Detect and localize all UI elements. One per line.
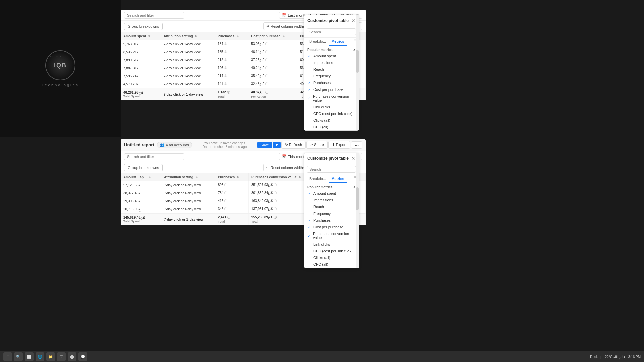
pivot-item[interactable]: CPC (all): [304, 261, 359, 268]
pivot-bottom-sort-icon[interactable]: ≡: [354, 175, 356, 183]
uncheck-placeholder: [307, 74, 311, 78]
taskbar-desktop[interactable]: Desktop: [590, 355, 602, 359]
taskbar-explorer[interactable]: 📁: [46, 352, 55, 361]
taskbar-taskview[interactable]: ⬜: [25, 352, 34, 361]
sort-bottom-amount-icon[interactable]: ⇅: [148, 176, 151, 179]
bottom-share-button[interactable]: ↗ Share: [306, 141, 327, 149]
total-amount: 46,261.98ع.£Total Spent: [121, 88, 161, 100]
taskbar-chrome[interactable]: ⬤: [68, 352, 76, 361]
bottom-export-button[interactable]: ⬇ Export: [328, 141, 351, 149]
bottom-group-breakdowns-button[interactable]: Group breakdowns: [124, 164, 163, 171]
pivot-item[interactable]: Clicks (all): [304, 254, 359, 261]
uncheck-placeholder: [307, 67, 311, 71]
pivot-top-search: [304, 26, 359, 38]
pivot-bottom-scrollbar[interactable]: [356, 153, 359, 268]
pivot-top-tabs: Breakdo... Metrics ≡: [304, 38, 359, 46]
pivot-item[interactable]: ✓Cost per purchase: [304, 224, 359, 230]
pivot-bottom-section-label: Popular metrics: [307, 185, 333, 189]
pivot-top-close[interactable]: ✕: [351, 18, 355, 23]
pivot-item[interactable]: Clicks (all): [304, 117, 359, 124]
pivot-bottom-tab-metrics[interactable]: Metrics: [329, 175, 347, 183]
taskbar-start[interactable]: ⊞: [3, 352, 12, 361]
cell-purchases: 141 ⓘ: [215, 80, 248, 88]
sort-cost-icon[interactable]: ⇅: [282, 35, 285, 38]
top-group-breakdowns-button[interactable]: Group breakdowns: [124, 23, 163, 30]
calendar-icon-bottom: 📅: [282, 154, 287, 159]
total-cost: 40.87ع.£ ⓘPer Action: [248, 88, 297, 100]
pivot-item[interactable]: ✓Purchases conversion value: [304, 93, 359, 104]
pivot-item[interactable]: ✓Amount spent: [304, 190, 359, 197]
pivot-item[interactable]: CPC (all): [304, 124, 359, 130]
taskbar-weather: 22°C عالم الله: [605, 355, 626, 359]
taskbar-right: Desktop 22°C عالم الله 3:16 PM: [590, 355, 641, 359]
sort-bottom-purchases-icon[interactable]: ⇅: [237, 176, 239, 179]
pivot-item[interactable]: Frequency: [304, 73, 359, 79]
cell-attr: 7-day click or 1-day view: [161, 56, 215, 64]
pivot-top-scrollbar[interactable]: [356, 15, 359, 130]
pivot-item[interactable]: ✓Amount spent: [304, 53, 359, 59]
logo-area: est. 2019 IQB Technologies: [0, 0, 121, 137]
pivot-item[interactable]: Frequency: [304, 210, 359, 217]
pivot-item-label: Clicks (all): [313, 118, 330, 122]
pivot-bottom-header: Customize pivot table ✕: [304, 153, 359, 164]
sort-purchases-icon[interactable]: ⇅: [236, 35, 239, 38]
pivot-item[interactable]: Impressions: [304, 59, 359, 66]
th-attribution-setting: Attribution setting ⇅: [161, 32, 215, 40]
pivot-top-tab-breakdown[interactable]: Breakdo...: [307, 38, 329, 46]
pivot-item[interactable]: CPC (cost per link click): [304, 110, 359, 117]
pivot-top-tab-metrics[interactable]: Metrics: [329, 38, 347, 46]
pivot-item[interactable]: Impressions: [304, 197, 359, 203]
bottom-unsaved-notice: You have unsaved changes Data refreshed …: [195, 141, 255, 149]
pivot-bottom-tabs: Breakdo... Metrics ≡: [304, 175, 359, 183]
bottom-more-button[interactable]: •••: [351, 141, 362, 149]
cell-purchases: 184 ⓘ: [215, 40, 248, 48]
pivot-bottom-close[interactable]: ✕: [351, 156, 355, 161]
pivot-top-collapse-icon[interactable]: ∧: [353, 48, 355, 52]
uncheck-placeholder: [307, 118, 311, 122]
uncheck-placeholder: [307, 256, 311, 260]
top-reset-columns-button[interactable]: ⇔ Reset column widths: [263, 22, 308, 30]
cell-purchases: 214 ⓘ: [215, 72, 248, 80]
total-attr: 7-day click or 1-day view: [161, 88, 215, 100]
bottom-reset-columns-button[interactable]: ⇔ Reset column widths: [263, 164, 308, 171]
cell-attr: 7-day click or 1-day view: [161, 181, 215, 189]
pivot-item[interactable]: Link clicks: [304, 241, 359, 248]
pivot-item-label: Link clicks: [313, 242, 330, 246]
top-search-input[interactable]: [124, 12, 184, 19]
pivot-item[interactable]: ✓Purchases conversion value: [304, 230, 359, 241]
sort-amount-icon[interactable]: ⇅: [148, 35, 150, 38]
taskbar-edge[interactable]: 🌐: [36, 352, 44, 361]
unsaved-text: You have unsaved changes: [195, 141, 255, 145]
pivot-item[interactable]: Link clicks: [304, 104, 359, 110]
pivot-bottom-collapse-icon[interactable]: ∧: [353, 185, 355, 189]
pivot-top-search-input[interactable]: [307, 28, 356, 35]
refresh-icon: ↻: [285, 143, 288, 147]
check-icon: ✓: [307, 191, 311, 195]
pivot-top-sort-icon[interactable]: ≡: [354, 38, 356, 46]
total-purchases: 2,441 ⓘTotal: [215, 214, 248, 225]
bottom-save-dropdown[interactable]: ▼: [273, 142, 281, 148]
pivot-item[interactable]: ✓Purchases: [304, 217, 359, 224]
sort-attr-icon[interactable]: ⇅: [195, 35, 197, 38]
export-label: Export: [336, 143, 347, 147]
taskbar-search[interactable]: 🔍: [14, 352, 23, 361]
cell-purchases: 212 ⓘ: [215, 56, 248, 64]
uncheck-placeholder: [307, 198, 311, 202]
pivot-item-label: Reach: [313, 67, 324, 71]
taskbar-chat[interactable]: 💬: [78, 352, 87, 361]
pivot-item[interactable]: CPC (cost per link click): [304, 248, 359, 254]
pivot-item[interactable]: Reach: [304, 66, 359, 73]
logo-year: est. 2019: [50, 55, 61, 58]
pivot-bottom-tab-breakdown[interactable]: Breakdo...: [307, 175, 329, 183]
bottom-refresh-button[interactable]: ↻ Refresh: [281, 141, 306, 149]
sort-bottom-pcv-icon[interactable]: ⇅: [299, 176, 301, 179]
pivot-item[interactable]: Reach: [304, 203, 359, 210]
bottom-save-button[interactable]: Save: [257, 142, 272, 148]
taskbar-shield[interactable]: 🛡: [57, 352, 66, 361]
bottom-search-input[interactable]: [124, 153, 184, 160]
sort-bottom-attr-icon[interactable]: ⇅: [195, 176, 198, 179]
pivot-bottom-search-input[interactable]: [307, 166, 356, 173]
pivot-item[interactable]: ✓Cost per purchase: [304, 86, 359, 93]
logo-iqb: IQB: [54, 62, 67, 69]
pivot-item[interactable]: ✓Purchases: [304, 79, 359, 86]
